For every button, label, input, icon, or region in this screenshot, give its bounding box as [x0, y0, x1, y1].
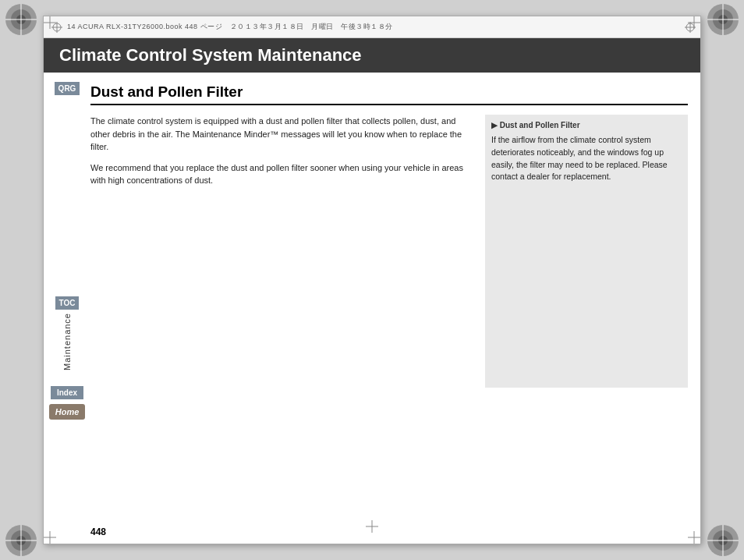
body-paragraph-1: The climate control system is equipped w… [90, 115, 473, 154]
corner-circle-bl [4, 523, 38, 558]
crosshair-tl [44, 16, 56, 29]
index-badge[interactable]: Index [51, 386, 83, 399]
page-number-area: 448 [90, 520, 106, 544]
toc-badge[interactable]: TOC [55, 296, 80, 310]
maintenance-tab-label: Maintenance [62, 313, 72, 370]
crosshair-tr [688, 16, 700, 29]
header-bar: 14 ACURA RLX-31TY26000.book 448 ページ ２０１３… [44, 16, 700, 38]
main-content: Dust and Pollen Filter The climate contr… [90, 73, 700, 520]
section-title: Dust and Pollen Filter [90, 83, 688, 105]
body-paragraph-2: We recommend that you replace the dust a… [90, 161, 473, 187]
qrg-badge[interactable]: QRG [55, 82, 80, 95]
home-badge[interactable]: Home [49, 404, 86, 420]
title-strip: Climate Control System Maintenance [44, 38, 700, 73]
header-file-info: 14 ACURA RLX-31TY26000.book 448 ページ ２０１３… [67, 22, 393, 32]
crosshair-bottom-center [366, 520, 378, 536]
sidebar-box-body: If the airflow from the climate control … [491, 134, 682, 183]
page-container: 14 ACURA RLX-31TY26000.book 448 ページ ２０１３… [43, 16, 701, 544]
right-sidebar-box: ▶ Dust and Pollen Filter If the airflow … [485, 115, 688, 388]
left-column: The climate control system is equipped w… [90, 115, 473, 388]
page-title: Climate Control System Maintenance [59, 45, 362, 66]
two-column-layout: The climate control system is equipped w… [90, 115, 688, 388]
corner-circle-tr [706, 2, 740, 37]
left-sidebar: QRG TOC Maintenance Index Home [44, 73, 90, 544]
corner-circle-br [706, 523, 740, 558]
corner-circle-tl [4, 2, 38, 37]
page-number: 448 [90, 526, 106, 537]
content-area: QRG TOC Maintenance Index Home Dust and … [44, 73, 700, 544]
sidebar-box-title: ▶ Dust and Pollen Filter [491, 121, 682, 129]
